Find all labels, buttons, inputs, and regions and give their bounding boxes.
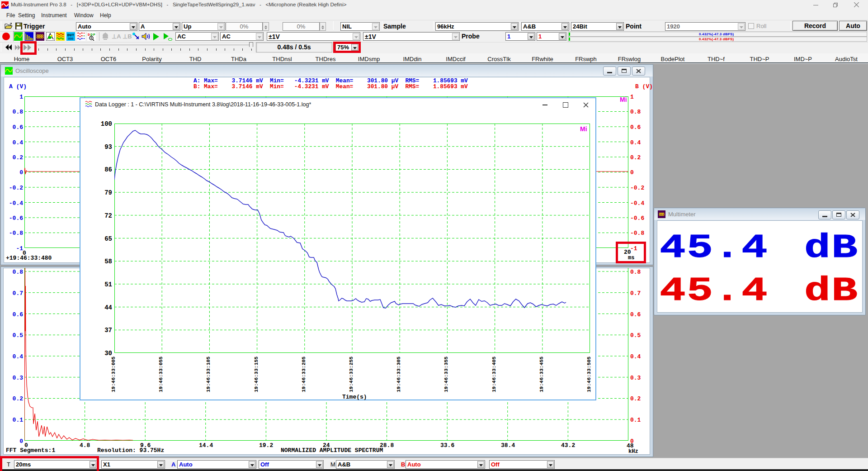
- svg-text:888: 888: [36, 34, 44, 40]
- svg-text:000: 000: [68, 37, 74, 41]
- svg-text:888: 888: [659, 212, 665, 217]
- svg-text:DUT: DUT: [67, 33, 74, 37]
- svg-text:P: P: [93, 33, 95, 37]
- svg-text:D: D: [88, 33, 90, 37]
